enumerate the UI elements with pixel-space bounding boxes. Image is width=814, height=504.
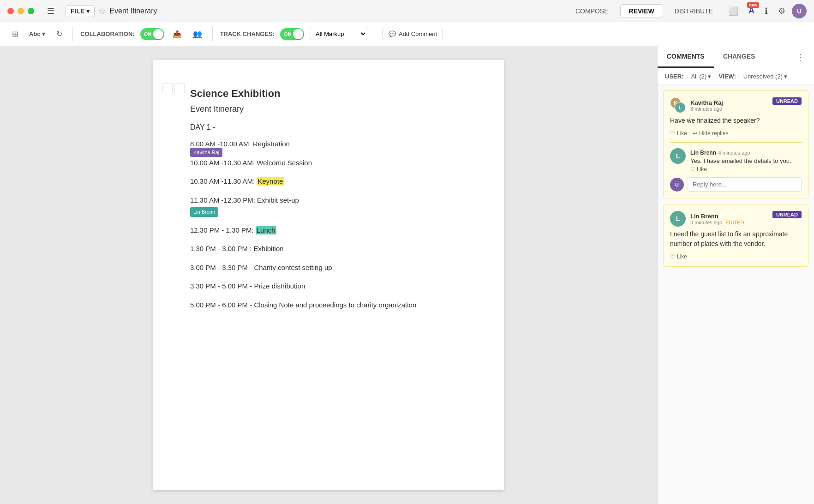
reply-item-1: L Lin Brenn 4 minutes ago Yes, I have em… [670, 148, 802, 173]
layout-tools: ⊞ [9, 28, 21, 40]
titlebar: ☰ FILE ▾ ☆ Event Itinerary COMPOSE REVIE… [0, 0, 814, 22]
comment-2-author: Lin Brenn [690, 213, 744, 220]
doc-item-1: 8.00 AM -10.00 AM: Registration [190, 139, 467, 150]
item-text-8: 3.30 PM - 5.00 PM - Prize distribution [190, 282, 305, 290]
reply-1-text: Yes, I have emailed the details to you. [690, 157, 802, 164]
filter-bar: USER: All (2) ▾ VIEW: Unresolved (2) ▾ [658, 68, 814, 85]
abc-button[interactable]: Abc ▾ [26, 29, 48, 39]
right-panel: COMMENTS CHANGES ⋮ USER: All (2) ▾ VIEW:… [657, 46, 814, 504]
comment-2-like-button[interactable]: ♡ Like [670, 253, 687, 260]
doc-icon-2 [174, 83, 185, 93]
toggle-knob [153, 29, 163, 39]
document-page: Science Exhibition Event Itinerary DAY 1… [153, 60, 504, 490]
reply-like-label-1: Like [697, 166, 707, 173]
review-button[interactable]: REVIEW [620, 4, 663, 18]
like-icon-2: ♡ [670, 253, 675, 260]
comment-1-actions: ♡ Like ↩ Hide replies [670, 130, 802, 137]
reply-input-1[interactable] [688, 177, 802, 192]
user-avatar[interactable]: U [792, 4, 807, 18]
reply-thread-1: L Lin Brenn 4 minutes ago Yes, I have em… [670, 142, 802, 192]
reply-1-time: 4 minutes ago [718, 150, 750, 156]
comment-1-time: 8 minutes ago [690, 106, 723, 112]
hide-replies-label: Hide replies [699, 130, 728, 137]
users-button[interactable]: 👥 [190, 28, 205, 40]
like-label-1: Like [677, 130, 687, 137]
reply-input-area-1: U [670, 177, 802, 192]
comment-1-avatar: K L [670, 97, 686, 113]
user-filter-label: USER: [665, 73, 683, 80]
doc-item-4: 11.30 AM -12.30 PM: Exhibit set-up Lin B… [190, 195, 467, 217]
collaboration-toggle[interactable]: ON [140, 28, 164, 40]
user-filter-button[interactable]: All (2) ▾ [691, 73, 711, 80]
titlebar-right: COMPOSE REVIEW DISTRIBUTE ⬜ A new ℹ ⚙ U [567, 4, 807, 18]
doc-icon-area [162, 83, 185, 93]
minimize-button[interactable] [18, 8, 24, 14]
comment-2-actions: ♡ Like [670, 253, 802, 260]
view-filter-value: Unresolved (2) [743, 73, 783, 80]
settings-button[interactable]: ⚙ [774, 4, 789, 18]
share-button[interactable]: 📤 [170, 28, 185, 40]
info-button[interactable]: ℹ [761, 4, 772, 18]
comment-2-text: I need the guest list to fix an approxim… [670, 229, 802, 249]
doc-item-9: 5.00 PM - 6.00 PM - Closing Note and pro… [190, 300, 467, 311]
review-tool-button[interactable]: ↻ [54, 28, 65, 40]
file-menu-button[interactable]: FILE ▾ [66, 5, 95, 17]
doc-item-5: 12.30 PM - 1.30 PM: Lunch [190, 225, 467, 236]
hide-replies-icon: ↩ [693, 130, 697, 137]
reply-like-icon-1: ♡ [690, 166, 695, 173]
comment-card-1: K L Kavitha Raj 8 minutes ago UNREAD Hav… [663, 90, 808, 198]
comment-1-hide-replies-button[interactable]: ↩ Hide replies [693, 130, 728, 137]
comments-list: K L Kavitha Raj 8 minutes ago UNREAD Hav… [658, 85, 814, 504]
comment-1-author: Kavitha Raj [690, 99, 723, 106]
view-filter-arrow: ▾ [784, 73, 787, 80]
monitor-icon-button[interactable]: ⬜ [724, 4, 742, 18]
reply-1-author: Lin Brenn [690, 150, 716, 156]
text-tools: Abc ▾ [26, 29, 48, 39]
doc-main-title: Science Exhibition [190, 88, 467, 100]
toolbar: ⊞ Abc ▾ ↻ COLLABORATION: ON 📤 👥 TRACK CH… [0, 22, 814, 46]
kavitha-cursor-label: Kavitha Raj [190, 148, 222, 157]
comment-1-text: Have we finalized the speaker? [670, 116, 802, 126]
track-toggle-on-label: ON [284, 31, 292, 37]
lunch-highlight: Lunch [256, 226, 276, 234]
item-text-4: 11.30 AM -12.30 PM: Exhibit set-up [190, 196, 299, 204]
add-comment-label: Add Comment [399, 30, 437, 37]
new-badge: new [747, 2, 759, 8]
item-text-5-pre: 12.30 PM - 1.30 PM: [190, 226, 256, 234]
view-filter-button[interactable]: Unresolved (2) ▾ [743, 73, 787, 80]
comment-1-meta: Kavitha Raj 8 minutes ago [690, 99, 723, 112]
panel-tabs: COMMENTS CHANGES ⋮ [658, 46, 814, 68]
distribute-button[interactable]: DISTRIBUTE [666, 4, 722, 18]
comment-2-meta: Lin Brenn 3 minutes ago EDITED [690, 213, 744, 225]
reply-1-like-button[interactable]: ♡ Like [690, 166, 707, 173]
track-changes-toggle[interactable]: ON [280, 28, 304, 40]
maximize-button[interactable] [28, 8, 34, 14]
markup-select[interactable]: All Markup Simple Markup No Markup [310, 28, 367, 40]
comment-1-unread: UNREAD [772, 97, 802, 105]
comment-card-2: L Lin Brenn 3 minutes ago EDITED UNREAD … [663, 204, 808, 267]
font-icon-button[interactable]: A new [745, 4, 758, 18]
file-dropdown-arrow: ▾ [86, 7, 90, 15]
avatar-lin: L [675, 102, 686, 113]
divider-2 [212, 27, 213, 41]
add-comment-button[interactable]: 💬 Add Comment [383, 28, 443, 40]
panel-menu-button[interactable]: ⋮ [792, 48, 808, 66]
layout-icon-button[interactable]: ⊞ [9, 28, 21, 40]
reply-input-avatar: U [670, 178, 684, 192]
reply-avatar-lin: L [670, 148, 686, 164]
track-toggle-knob [293, 29, 303, 39]
keynote-highlight: Keynote [257, 177, 284, 186]
compose-button[interactable]: COMPOSE [567, 4, 617, 18]
reply-1-content: Lin Brenn 4 minutes ago Yes, I have emai… [690, 148, 802, 173]
divider-1 [72, 27, 73, 41]
divider-3 [375, 27, 375, 41]
comment-1-like-button[interactable]: ♡ Like [670, 130, 687, 137]
tab-changes[interactable]: CHANGES [714, 46, 765, 68]
toggle-on-label: ON [144, 31, 152, 37]
user-filter-value: All (2) [691, 73, 706, 80]
menu-button[interactable]: ☰ [43, 4, 58, 18]
user-filter-arrow: ▾ [708, 73, 711, 80]
close-button[interactable] [7, 8, 14, 14]
tab-comments[interactable]: COMMENTS [658, 46, 714, 68]
favorite-button[interactable]: ☆ [98, 6, 106, 16]
